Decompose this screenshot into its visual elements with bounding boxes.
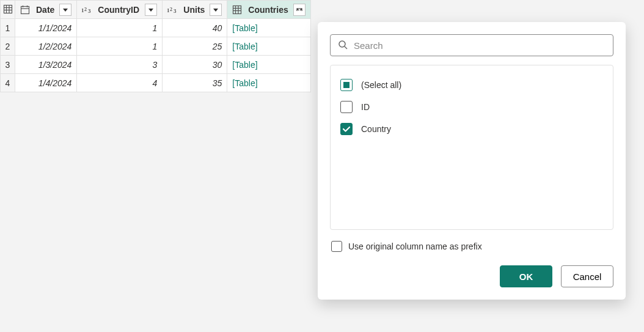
column-name: CountryID [95,5,142,15]
table-row[interactable]: 31/3/2024330[Table] [1,56,311,74]
cell-date[interactable]: 1/3/2024 [15,56,77,74]
cell-units[interactable]: 25 [163,37,227,56]
column-name: Countries [246,5,290,15]
cell-countryid[interactable]: 4 [77,74,163,92]
column-select-list: (Select all)IDCountry [330,65,613,230]
column-name: Date [34,5,57,15]
prefix-label: Use original column name as prefix [348,242,482,251]
cell-countryid[interactable]: 1 [77,19,163,37]
checkbox[interactable] [340,79,353,91]
column-header-units[interactable]: Units [163,1,227,19]
prefix-checkbox[interactable] [331,241,342,252]
row-number[interactable]: 3 [1,56,15,74]
filter-button-units[interactable] [210,4,222,16]
column-option-label: Country [361,124,391,134]
prefix-option-row[interactable]: Use original column name as prefix [330,241,613,252]
column-header-countryid[interactable]: CountryID [77,1,163,19]
number-type-icon [166,4,178,15]
table-row[interactable]: 41/4/2024435[Table] [1,74,311,92]
filter-button-countryid[interactable] [145,4,157,16]
table-icon [231,4,243,15]
column-header-date[interactable]: Date [15,1,77,19]
cell-date[interactable]: 1/2/2024 [15,37,77,56]
row-number[interactable]: 4 [1,74,15,92]
cell-countryid[interactable]: 3 [77,56,163,74]
cell-countries[interactable]: [Table] [227,37,310,56]
column-name: Units [181,5,207,15]
checkbox[interactable] [340,101,353,113]
column-option[interactable]: Country [340,118,603,140]
cell-countries[interactable]: [Table] [227,56,310,74]
number-type-icon [81,4,93,15]
search-box[interactable] [330,34,613,56]
column-option-label: ID [361,102,370,112]
row-number[interactable]: 2 [1,37,15,56]
select-all-corner[interactable] [1,1,15,19]
column-option[interactable]: ID [340,96,603,118]
table-row[interactable]: 21/2/2024125[Table] [1,37,311,56]
cell-countryid[interactable]: 1 [77,37,163,56]
table-icon [2,4,14,15]
row-number[interactable]: 1 [1,19,15,37]
dialog-buttons: OK Cancel [330,265,613,287]
column-header-countries[interactable]: Countries [227,1,310,19]
search-input[interactable] [354,40,606,51]
cell-units[interactable]: 35 [163,74,227,92]
cell-date[interactable]: 1/4/2024 [15,74,77,92]
expand-columns-popup: (Select all)IDCountry Use original colum… [318,22,626,300]
cell-countries[interactable]: [Table] [227,74,310,92]
calendar-icon [19,4,31,15]
cell-countries[interactable]: [Table] [227,19,310,37]
cell-date[interactable]: 1/1/2024 [15,19,77,37]
table-row[interactable]: 11/1/2024140[Table] [1,19,311,37]
cell-units[interactable]: 40 [163,19,227,37]
column-option[interactable]: (Select all) [340,74,603,96]
search-icon [338,40,348,51]
checkbox[interactable] [340,123,353,135]
cancel-button[interactable]: Cancel [561,265,613,287]
filter-button-date[interactable] [59,4,71,16]
expand-button-countries[interactable] [293,4,306,16]
column-option-label: (Select all) [361,80,401,90]
ok-button[interactable]: OK [500,265,552,287]
cell-units[interactable]: 30 [163,56,227,74]
